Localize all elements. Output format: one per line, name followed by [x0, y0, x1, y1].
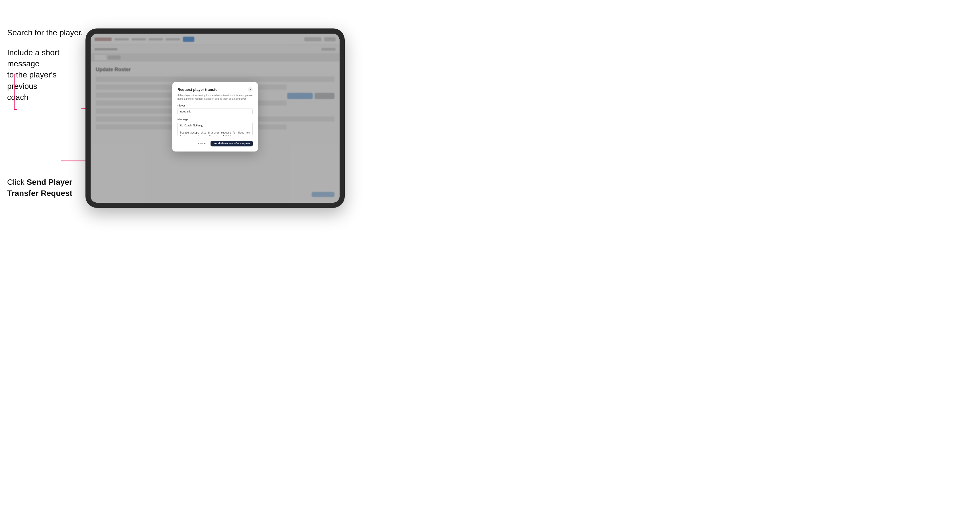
annotation-click-prefix: Click	[7, 178, 27, 186]
annotation-search-text: Search for the player.	[7, 27, 83, 38]
modal-description: If the player is transferring from anoth…	[178, 94, 253, 101]
cancel-button[interactable]: Cancel	[196, 141, 208, 146]
message-textarea[interactable]: Hi Coach McHarg, Please accept this tran…	[178, 122, 253, 136]
tablet-frame: Update Roster Request player transfer ✕ …	[86, 29, 345, 208]
modal-close-button[interactable]: ✕	[248, 87, 253, 92]
modal-title: Request player transfer	[178, 87, 219, 92]
message-field-label: Message	[178, 118, 253, 121]
modal-header: Request player transfer ✕	[178, 87, 253, 92]
player-field-label: Player	[178, 104, 253, 107]
modal-dialog: Request player transfer ✕ If the player …	[172, 82, 258, 151]
modal-footer: Cancel Send Player Transfer Request	[178, 141, 253, 146]
send-transfer-request-button[interactable]: Send Player Transfer Request	[210, 141, 253, 146]
annotation-click-text: Click Send Player Transfer Request	[7, 176, 87, 199]
player-input[interactable]	[178, 108, 253, 115]
tablet-screen: Update Roster Request player transfer ✕ …	[91, 33, 340, 203]
annotation-message-text: Include a short messageto the player's p…	[7, 47, 87, 103]
